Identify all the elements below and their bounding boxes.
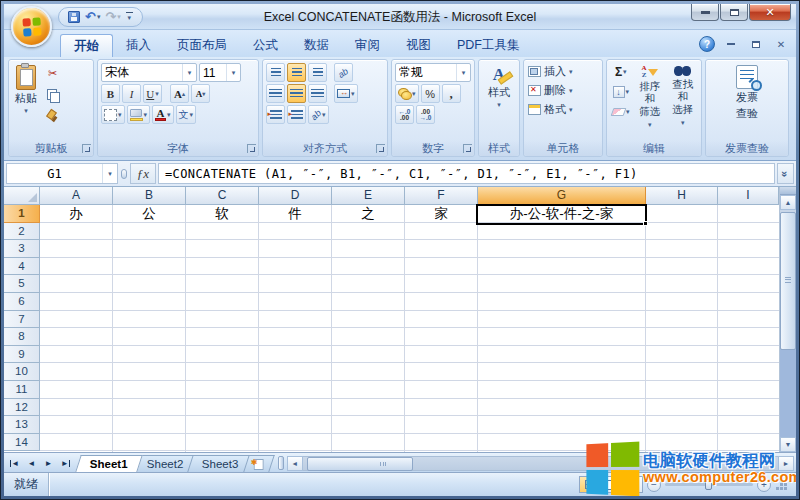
row-header-12[interactable]: 12 [4, 399, 40, 417]
shrink-font-button[interactable]: A [191, 84, 210, 103]
row-header-4[interactable]: 4 [4, 258, 40, 276]
percent-style-button[interactable]: % [421, 84, 440, 103]
row-header-13[interactable]: 13 [4, 416, 40, 434]
tab-insert[interactable]: 插入 [113, 34, 164, 57]
tab-home[interactable]: 开始 [60, 34, 113, 57]
normal-view-button[interactable] [579, 476, 601, 493]
resize-grip[interactable] [775, 478, 788, 492]
font-name-combo[interactable]: 宋体▾ [101, 63, 197, 82]
column-header-d[interactable]: D [259, 187, 332, 205]
font-color-button[interactable]: A▾ [152, 105, 174, 124]
scroll-down-icon[interactable]: ▼ [780, 437, 796, 452]
workbook-close-button[interactable]: ✕ [772, 37, 790, 51]
font-dialog-launcher-icon[interactable] [247, 144, 256, 153]
last-sheet-button[interactable]: ► [57, 455, 74, 471]
expand-formula-bar-button[interactable]: » [777, 163, 794, 184]
clear-button[interactable]: ▾ [609, 102, 633, 121]
restore-button[interactable] [720, 4, 748, 21]
insert-cells-button[interactable]: 插入▾ [526, 62, 600, 81]
row-header-2[interactable]: 2 [4, 223, 40, 241]
row-header-5[interactable]: 5 [4, 275, 40, 293]
row-header-8[interactable]: 8 [4, 328, 40, 346]
row-header-7[interactable]: 7 [4, 311, 40, 329]
sheet-tab-sheet1[interactable]: Sheet1 [75, 455, 142, 472]
redo-button[interactable]: ↷▾ [105, 11, 120, 23]
fill-color-button[interactable]: ▾ [127, 105, 151, 124]
select-all-corner[interactable] [4, 187, 40, 205]
cell-d1[interactable]: 件 [259, 205, 331, 223]
align-middle-button[interactable] [287, 63, 306, 82]
formula-bar-splitter[interactable] [120, 163, 128, 184]
prev-sheet-button[interactable]: ◄ [23, 455, 40, 471]
align-left-button[interactable] [266, 84, 285, 103]
column-header-b[interactable]: B [113, 187, 186, 205]
scroll-left-icon[interactable]: ◄ [287, 456, 303, 471]
column-header-i[interactable]: I [718, 187, 779, 205]
zoom-slider-track[interactable] [665, 483, 753, 486]
copy-button[interactable] [43, 85, 62, 104]
decrease-indent-button[interactable] [266, 105, 285, 124]
cut-button[interactable]: ✂ [43, 64, 62, 83]
zoom-slider-thumb[interactable] [705, 479, 712, 490]
column-header-g[interactable]: G [478, 187, 646, 205]
format-cells-button[interactable]: 格式▾ [526, 100, 600, 119]
page-layout-view-button[interactable] [600, 476, 622, 493]
fill-button[interactable]: ↓▾ [609, 82, 633, 101]
number-dialog-launcher-icon[interactable] [463, 144, 472, 153]
row-header-3[interactable]: 3 [4, 240, 40, 258]
align-top-button[interactable] [266, 63, 285, 82]
next-sheet-button[interactable]: ► [40, 455, 57, 471]
fill-handle[interactable] [643, 221, 648, 226]
formula-input[interactable]: =CONCATENATE (A1, ″-″, B1, ″-″, C1, ″-″,… [158, 163, 775, 184]
first-sheet-button[interactable]: ◄ [6, 455, 23, 471]
increase-indent-button[interactable] [287, 105, 306, 124]
clipboard-dialog-launcher-icon[interactable] [82, 144, 91, 153]
horizontal-scroll-thumb[interactable] [307, 457, 413, 471]
sort-filter-button[interactable]: AZ 排序和 筛选 ▾ [634, 62, 666, 141]
decrease-decimal-button[interactable]: .00→.0 [416, 105, 435, 124]
column-header-f[interactable]: F [405, 187, 478, 205]
zoom-out-button[interactable]: − [647, 478, 661, 492]
cell-c1[interactable]: 软 [186, 205, 258, 223]
column-header-h[interactable]: H [646, 187, 718, 205]
vertical-scroll-thumb[interactable] [780, 212, 796, 350]
save-button[interactable] [68, 11, 80, 23]
row-header-14[interactable]: 14 [4, 434, 40, 452]
italic-button[interactable]: I [122, 84, 141, 103]
name-box[interactable]: G1 ▾ [6, 163, 118, 184]
column-header-a[interactable]: A [40, 187, 113, 205]
wrap-text-button[interactable]: ab▾ [308, 105, 329, 124]
horizontal-scroll-track[interactable] [303, 456, 778, 471]
align-center-button[interactable] [287, 84, 306, 103]
insert-worksheet-tab[interactable]: ✱ [243, 455, 275, 472]
workbook-restore-button[interactable] [747, 37, 765, 51]
name-box-dropdown-icon[interactable]: ▾ [102, 164, 117, 183]
alignment-dialog-launcher-icon[interactable] [376, 144, 385, 153]
tab-pdf-tools[interactable]: PDF工具集 [444, 34, 533, 57]
vertical-scrollbar[interactable]: ▲ ▼ [779, 187, 796, 452]
font-size-combo[interactable]: 11▾ [199, 63, 241, 82]
undo-button[interactable]: ↶▾ [85, 11, 100, 23]
tab-data[interactable]: 数据 [291, 34, 342, 57]
scroll-up-icon[interactable]: ▲ [780, 195, 796, 210]
invoice-check-button[interactable]: 发票 查验 [732, 62, 762, 124]
increase-decimal-button[interactable]: ←.0.00 [395, 105, 414, 124]
cell-e1[interactable]: 之 [332, 205, 404, 223]
align-bottom-button[interactable] [308, 63, 327, 82]
office-button[interactable] [11, 6, 52, 47]
cell-g1[interactable]: 办-公-软-件-之-家 [478, 205, 645, 223]
tab-review[interactable]: 审阅 [342, 34, 393, 57]
underline-button[interactable]: U▾ [143, 84, 162, 103]
accounting-format-button[interactable]: ▾ [395, 84, 419, 103]
tab-view[interactable]: 视图 [393, 34, 444, 57]
orientation-button[interactable]: ab [334, 63, 353, 82]
tab-split-handle[interactable] [278, 456, 284, 470]
row-header-6[interactable]: 6 [4, 293, 40, 311]
row-header-9[interactable]: 9 [4, 346, 40, 364]
paste-button[interactable]: 粘贴 ▾ [11, 62, 41, 141]
minimize-button[interactable] [691, 4, 719, 21]
align-right-button[interactable] [308, 84, 327, 103]
phonetic-guide-button[interactable]: 文▾ [176, 105, 197, 124]
row-header-11[interactable]: 11 [4, 381, 40, 399]
zoom-in-button[interactable]: + [757, 478, 771, 492]
